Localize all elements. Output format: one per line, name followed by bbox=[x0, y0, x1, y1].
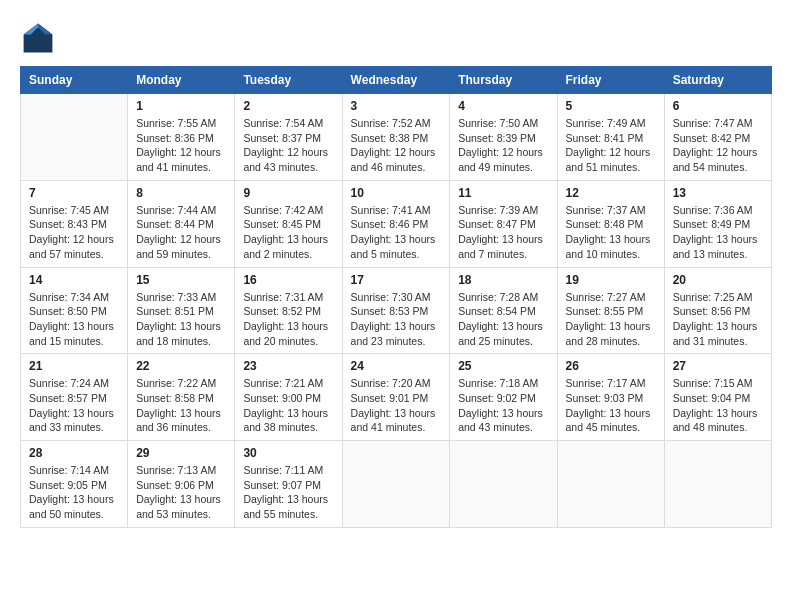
day-info: Sunrise: 7:27 AM Sunset: 8:55 PM Dayligh… bbox=[566, 290, 656, 349]
header-cell-wednesday: Wednesday bbox=[342, 67, 450, 94]
day-info: Sunrise: 7:36 AM Sunset: 8:49 PM Dayligh… bbox=[673, 203, 763, 262]
week-row-3: 14Sunrise: 7:34 AM Sunset: 8:50 PM Dayli… bbox=[21, 267, 772, 354]
logo bbox=[20, 20, 60, 56]
day-number: 28 bbox=[29, 446, 119, 460]
day-number: 19 bbox=[566, 273, 656, 287]
day-number: 29 bbox=[136, 446, 226, 460]
day-info: Sunrise: 7:55 AM Sunset: 8:36 PM Dayligh… bbox=[136, 116, 226, 175]
day-cell: 25Sunrise: 7:18 AM Sunset: 9:02 PM Dayli… bbox=[450, 354, 557, 441]
header-cell-tuesday: Tuesday bbox=[235, 67, 342, 94]
day-number: 2 bbox=[243, 99, 333, 113]
day-number: 11 bbox=[458, 186, 548, 200]
day-info: Sunrise: 7:44 AM Sunset: 8:44 PM Dayligh… bbox=[136, 203, 226, 262]
page-header bbox=[20, 20, 772, 56]
day-cell: 23Sunrise: 7:21 AM Sunset: 9:00 PM Dayli… bbox=[235, 354, 342, 441]
day-number: 25 bbox=[458, 359, 548, 373]
day-number: 8 bbox=[136, 186, 226, 200]
day-number: 18 bbox=[458, 273, 548, 287]
day-info: Sunrise: 7:52 AM Sunset: 8:38 PM Dayligh… bbox=[351, 116, 442, 175]
day-info: Sunrise: 7:17 AM Sunset: 9:03 PM Dayligh… bbox=[566, 376, 656, 435]
day-info: Sunrise: 7:39 AM Sunset: 8:47 PM Dayligh… bbox=[458, 203, 548, 262]
day-cell: 3Sunrise: 7:52 AM Sunset: 8:38 PM Daylig… bbox=[342, 94, 450, 181]
day-cell: 13Sunrise: 7:36 AM Sunset: 8:49 PM Dayli… bbox=[664, 180, 771, 267]
day-info: Sunrise: 7:14 AM Sunset: 9:05 PM Dayligh… bbox=[29, 463, 119, 522]
day-info: Sunrise: 7:28 AM Sunset: 8:54 PM Dayligh… bbox=[458, 290, 548, 349]
day-cell bbox=[664, 441, 771, 528]
day-cell: 1Sunrise: 7:55 AM Sunset: 8:36 PM Daylig… bbox=[128, 94, 235, 181]
day-cell: 27Sunrise: 7:15 AM Sunset: 9:04 PM Dayli… bbox=[664, 354, 771, 441]
day-cell: 26Sunrise: 7:17 AM Sunset: 9:03 PM Dayli… bbox=[557, 354, 664, 441]
header-cell-monday: Monday bbox=[128, 67, 235, 94]
day-number: 14 bbox=[29, 273, 119, 287]
day-cell: 14Sunrise: 7:34 AM Sunset: 8:50 PM Dayli… bbox=[21, 267, 128, 354]
day-cell bbox=[21, 94, 128, 181]
day-number: 22 bbox=[136, 359, 226, 373]
day-number: 30 bbox=[243, 446, 333, 460]
day-info: Sunrise: 7:24 AM Sunset: 8:57 PM Dayligh… bbox=[29, 376, 119, 435]
day-number: 3 bbox=[351, 99, 442, 113]
week-row-1: 1Sunrise: 7:55 AM Sunset: 8:36 PM Daylig… bbox=[21, 94, 772, 181]
week-row-4: 21Sunrise: 7:24 AM Sunset: 8:57 PM Dayli… bbox=[21, 354, 772, 441]
day-info: Sunrise: 7:30 AM Sunset: 8:53 PM Dayligh… bbox=[351, 290, 442, 349]
day-cell: 30Sunrise: 7:11 AM Sunset: 9:07 PM Dayli… bbox=[235, 441, 342, 528]
day-number: 4 bbox=[458, 99, 548, 113]
day-info: Sunrise: 7:37 AM Sunset: 8:48 PM Dayligh… bbox=[566, 203, 656, 262]
day-cell: 4Sunrise: 7:50 AM Sunset: 8:39 PM Daylig… bbox=[450, 94, 557, 181]
day-info: Sunrise: 7:15 AM Sunset: 9:04 PM Dayligh… bbox=[673, 376, 763, 435]
day-cell: 10Sunrise: 7:41 AM Sunset: 8:46 PM Dayli… bbox=[342, 180, 450, 267]
day-cell bbox=[557, 441, 664, 528]
day-number: 6 bbox=[673, 99, 763, 113]
day-number: 16 bbox=[243, 273, 333, 287]
day-cell: 28Sunrise: 7:14 AM Sunset: 9:05 PM Dayli… bbox=[21, 441, 128, 528]
header-row: SundayMondayTuesdayWednesdayThursdayFrid… bbox=[21, 67, 772, 94]
day-info: Sunrise: 7:54 AM Sunset: 8:37 PM Dayligh… bbox=[243, 116, 333, 175]
day-info: Sunrise: 7:18 AM Sunset: 9:02 PM Dayligh… bbox=[458, 376, 548, 435]
day-cell: 21Sunrise: 7:24 AM Sunset: 8:57 PM Dayli… bbox=[21, 354, 128, 441]
day-cell: 15Sunrise: 7:33 AM Sunset: 8:51 PM Dayli… bbox=[128, 267, 235, 354]
day-info: Sunrise: 7:34 AM Sunset: 8:50 PM Dayligh… bbox=[29, 290, 119, 349]
day-number: 17 bbox=[351, 273, 442, 287]
header-cell-saturday: Saturday bbox=[664, 67, 771, 94]
day-number: 9 bbox=[243, 186, 333, 200]
day-info: Sunrise: 7:47 AM Sunset: 8:42 PM Dayligh… bbox=[673, 116, 763, 175]
day-cell: 24Sunrise: 7:20 AM Sunset: 9:01 PM Dayli… bbox=[342, 354, 450, 441]
calendar-table: SundayMondayTuesdayWednesdayThursdayFrid… bbox=[20, 66, 772, 528]
week-row-5: 28Sunrise: 7:14 AM Sunset: 9:05 PM Dayli… bbox=[21, 441, 772, 528]
day-info: Sunrise: 7:45 AM Sunset: 8:43 PM Dayligh… bbox=[29, 203, 119, 262]
day-info: Sunrise: 7:22 AM Sunset: 8:58 PM Dayligh… bbox=[136, 376, 226, 435]
day-number: 5 bbox=[566, 99, 656, 113]
day-cell: 6Sunrise: 7:47 AM Sunset: 8:42 PM Daylig… bbox=[664, 94, 771, 181]
day-info: Sunrise: 7:50 AM Sunset: 8:39 PM Dayligh… bbox=[458, 116, 548, 175]
day-cell bbox=[450, 441, 557, 528]
day-cell: 9Sunrise: 7:42 AM Sunset: 8:45 PM Daylig… bbox=[235, 180, 342, 267]
day-cell: 19Sunrise: 7:27 AM Sunset: 8:55 PM Dayli… bbox=[557, 267, 664, 354]
day-cell: 2Sunrise: 7:54 AM Sunset: 8:37 PM Daylig… bbox=[235, 94, 342, 181]
day-number: 21 bbox=[29, 359, 119, 373]
day-number: 23 bbox=[243, 359, 333, 373]
day-info: Sunrise: 7:49 AM Sunset: 8:41 PM Dayligh… bbox=[566, 116, 656, 175]
day-cell bbox=[342, 441, 450, 528]
day-number: 24 bbox=[351, 359, 442, 373]
day-info: Sunrise: 7:20 AM Sunset: 9:01 PM Dayligh… bbox=[351, 376, 442, 435]
day-cell: 11Sunrise: 7:39 AM Sunset: 8:47 PM Dayli… bbox=[450, 180, 557, 267]
calendar-header: SundayMondayTuesdayWednesdayThursdayFrid… bbox=[21, 67, 772, 94]
day-cell: 17Sunrise: 7:30 AM Sunset: 8:53 PM Dayli… bbox=[342, 267, 450, 354]
day-info: Sunrise: 7:31 AM Sunset: 8:52 PM Dayligh… bbox=[243, 290, 333, 349]
day-cell: 5Sunrise: 7:49 AM Sunset: 8:41 PM Daylig… bbox=[557, 94, 664, 181]
day-info: Sunrise: 7:33 AM Sunset: 8:51 PM Dayligh… bbox=[136, 290, 226, 349]
day-info: Sunrise: 7:41 AM Sunset: 8:46 PM Dayligh… bbox=[351, 203, 442, 262]
day-number: 27 bbox=[673, 359, 763, 373]
day-number: 1 bbox=[136, 99, 226, 113]
header-cell-friday: Friday bbox=[557, 67, 664, 94]
day-cell: 22Sunrise: 7:22 AM Sunset: 8:58 PM Dayli… bbox=[128, 354, 235, 441]
day-cell: 7Sunrise: 7:45 AM Sunset: 8:43 PM Daylig… bbox=[21, 180, 128, 267]
day-cell: 20Sunrise: 7:25 AM Sunset: 8:56 PM Dayli… bbox=[664, 267, 771, 354]
day-cell: 8Sunrise: 7:44 AM Sunset: 8:44 PM Daylig… bbox=[128, 180, 235, 267]
day-cell: 29Sunrise: 7:13 AM Sunset: 9:06 PM Dayli… bbox=[128, 441, 235, 528]
header-cell-thursday: Thursday bbox=[450, 67, 557, 94]
day-cell: 16Sunrise: 7:31 AM Sunset: 8:52 PM Dayli… bbox=[235, 267, 342, 354]
day-info: Sunrise: 7:13 AM Sunset: 9:06 PM Dayligh… bbox=[136, 463, 226, 522]
day-info: Sunrise: 7:25 AM Sunset: 8:56 PM Dayligh… bbox=[673, 290, 763, 349]
day-info: Sunrise: 7:11 AM Sunset: 9:07 PM Dayligh… bbox=[243, 463, 333, 522]
day-number: 12 bbox=[566, 186, 656, 200]
